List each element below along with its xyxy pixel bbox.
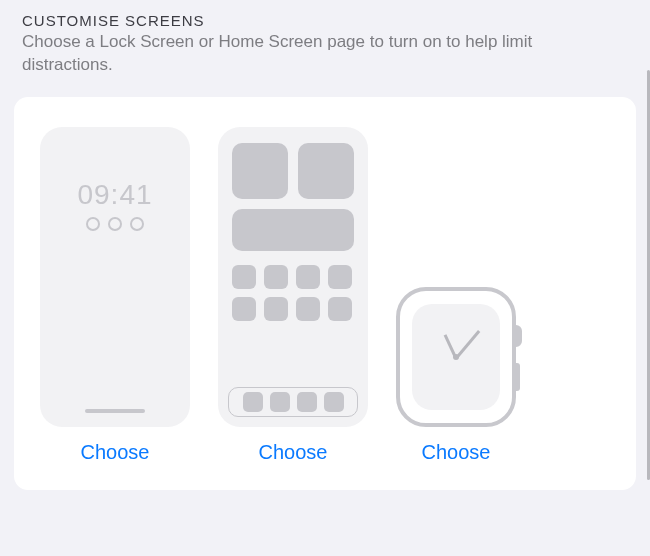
section-title: CUSTOMISE SCREENS	[22, 12, 628, 29]
watch-face-icon	[412, 304, 500, 410]
lock-screen-option: 09:41 Choose	[40, 127, 190, 464]
widget-wide-icon	[232, 209, 354, 251]
home-indicator-icon	[85, 409, 145, 413]
watch-body-icon	[396, 287, 516, 427]
lock-screen-widgets-icon	[86, 217, 144, 231]
watch-face-preview[interactable]	[396, 287, 516, 427]
lock-screen-time: 09:41	[77, 179, 152, 211]
choose-lock-screen-button[interactable]: Choose	[81, 441, 150, 464]
home-screen-preview[interactable]	[218, 127, 368, 427]
section-description: Choose a Lock Screen or Home Screen page…	[22, 31, 628, 77]
choose-watch-face-button[interactable]: Choose	[422, 441, 491, 464]
widget-row-icon	[232, 143, 354, 199]
watch-face-option: Choose	[396, 287, 516, 464]
lock-screen-preview[interactable]: 09:41	[40, 127, 190, 427]
watch-crown-icon	[512, 325, 522, 347]
app-grid-icon	[232, 265, 354, 321]
home-screen-option: Choose	[218, 127, 368, 464]
customise-screens-card: 09:41 Choose Choose	[14, 97, 636, 490]
choose-home-screen-button[interactable]: Choose	[259, 441, 328, 464]
dock-icon	[228, 387, 358, 417]
watch-side-button-icon	[514, 363, 520, 391]
watch-pivot-icon	[453, 354, 459, 360]
